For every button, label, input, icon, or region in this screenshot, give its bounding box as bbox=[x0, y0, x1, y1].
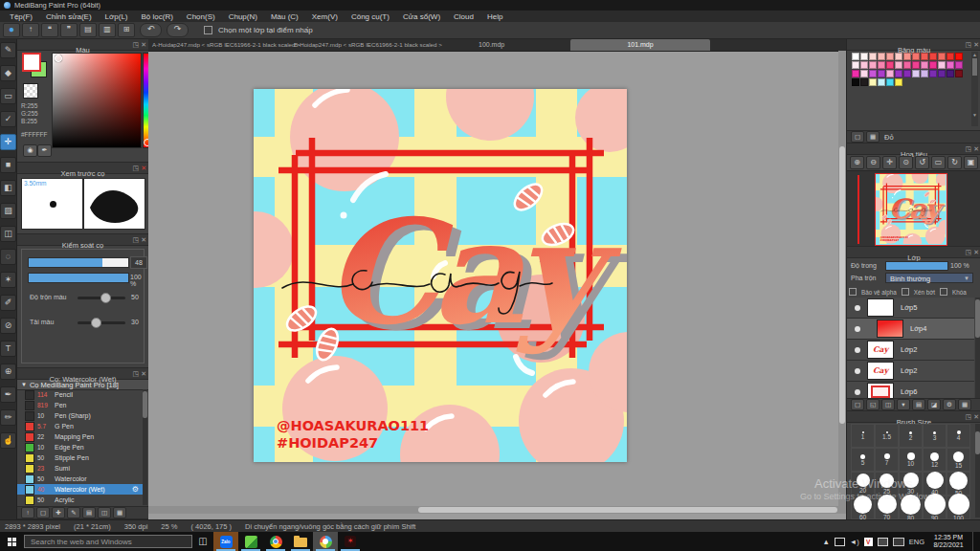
show-desktop-button[interactable] bbox=[972, 532, 976, 551]
brush-item-10[interactable]: 50Acrylic bbox=[17, 495, 143, 505]
keyboard-icon[interactable] bbox=[893, 538, 904, 546]
blend-mode-dropdown[interactable]: Bình thường▼ bbox=[885, 273, 973, 283]
layer-row-2[interactable]: CayLớp2 bbox=[847, 340, 974, 361]
palette-swatch-1-11[interactable] bbox=[947, 61, 954, 69]
palette-swatch-1-4[interactable] bbox=[886, 61, 894, 69]
gradient-tool[interactable]: ▨ bbox=[0, 203, 16, 219]
palette-swatch-1-12[interactable] bbox=[955, 61, 963, 69]
divide-tool[interactable]: ✏ bbox=[0, 409, 16, 426]
unikey-icon[interactable]: V bbox=[864, 538, 873, 546]
brush-opacity-slider[interactable] bbox=[28, 273, 129, 283]
select-pen-tool[interactable]: ✐ bbox=[0, 295, 16, 311]
palette-swatch-1-5[interactable] bbox=[895, 61, 902, 69]
canvas-area[interactable]: A-Hoidap247.mdp < sRGB IEC61966-2-1 blac… bbox=[148, 39, 846, 519]
mix-slider-thumb[interactable] bbox=[100, 293, 111, 303]
popout-icon[interactable]: ◳ bbox=[133, 39, 140, 50]
palette-swatch-1-2[interactable] bbox=[869, 61, 877, 69]
task-view-button[interactable]: ◫ bbox=[192, 532, 213, 551]
new-layer-button[interactable]: ▢ bbox=[851, 399, 864, 410]
actual-size-button[interactable]: ⊙ bbox=[899, 156, 913, 169]
palette-swatch-3-0[interactable] bbox=[852, 78, 859, 86]
brush-size-2[interactable]: 2 bbox=[899, 424, 923, 448]
taskbar-zalo-button[interactable]: Zalo bbox=[213, 532, 238, 551]
new-pixel-layer-button[interactable]: ◱ bbox=[866, 399, 880, 410]
menu-item-11[interactable]: Help bbox=[480, 12, 509, 21]
tab-101-active[interactable]: 101.mdp bbox=[570, 39, 710, 51]
palette-swatch-0-1[interactable] bbox=[860, 53, 868, 60]
chat-button[interactable]: ❞ bbox=[60, 23, 78, 37]
duplicate-layer-button[interactable]: ◫ bbox=[881, 399, 895, 410]
tab-a-hoidap247[interactable]: A-Hoidap247.mdp < sRGB IEC61966-2-1 blac… bbox=[152, 39, 301, 51]
rotate-right-button[interactable]: ↻ bbox=[947, 156, 962, 169]
delete-brush-button[interactable]: ▦ bbox=[113, 507, 126, 518]
duplicate-brush-button[interactable]: ◫ bbox=[98, 507, 111, 518]
brush-size-50[interactable]: 50 bbox=[947, 472, 970, 496]
menu-item-4[interactable]: Chọn(S) bbox=[180, 12, 222, 21]
palette-swatch-3-5[interactable] bbox=[895, 78, 902, 86]
close-icon[interactable]: ✕ bbox=[973, 143, 979, 154]
clipping-checkbox[interactable] bbox=[902, 288, 909, 296]
brush-size-12[interactable]: 12 bbox=[923, 448, 947, 472]
menu-item-8[interactable]: Công cụ(T) bbox=[345, 12, 396, 21]
delete-layer-button[interactable]: ▦ bbox=[958, 399, 971, 410]
bucket-tool[interactable]: ◧ bbox=[0, 180, 16, 196]
horizontal-scrollbar[interactable] bbox=[148, 506, 838, 514]
fill-rect-tool[interactable]: ■ bbox=[0, 157, 16, 173]
layer-row-1[interactable]: Lớp4 bbox=[847, 319, 974, 340]
eraser-tool[interactable]: ◆ bbox=[0, 65, 16, 81]
save-button[interactable]: ↑ bbox=[22, 23, 39, 37]
brush-item-0[interactable]: 114Pencil bbox=[17, 389, 143, 400]
visibility-icon[interactable] bbox=[855, 347, 860, 353]
eyedropper-tool[interactable]: ✒ bbox=[0, 386, 16, 403]
brush-item-8[interactable]: 50Watercolor bbox=[17, 474, 143, 484]
delete-color-button[interactable]: ▦ bbox=[866, 131, 880, 143]
brush-size-100[interactable]: 100 bbox=[947, 496, 970, 519]
material-button[interactable]: ▥ bbox=[99, 23, 116, 37]
palette-swatch-0-3[interactable] bbox=[878, 53, 885, 60]
brush-settings-icon[interactable]: ⚙ bbox=[132, 485, 139, 494]
palette-swatch-2-0[interactable] bbox=[852, 70, 859, 77]
hand-tool[interactable]: ☝ bbox=[0, 432, 16, 449]
protect-alpha-checkbox[interactable] bbox=[849, 288, 857, 296]
new-color-button[interactable]: ▢ bbox=[851, 131, 864, 143]
close-icon[interactable]: ✕ bbox=[973, 247, 979, 257]
reset-rotation-button[interactable]: ▭ bbox=[931, 156, 946, 169]
menu-item-7[interactable]: Xem(V) bbox=[305, 12, 345, 21]
zoom-in-button[interactable]: ⊕ bbox=[850, 156, 864, 169]
palette-swatch-2-4[interactable] bbox=[886, 70, 894, 77]
magic-wand-tool[interactable]: ✶ bbox=[0, 272, 16, 288]
menu-item-6[interactable]: Màu (C) bbox=[264, 12, 305, 21]
palette-swatch-2-6[interactable] bbox=[903, 70, 911, 77]
popout-icon[interactable]: ◳ bbox=[133, 368, 140, 379]
brush-size-4[interactable]: 4 bbox=[947, 424, 970, 448]
brush-size-15[interactable]: 15 bbox=[947, 448, 970, 472]
brush-item-1[interactable]: 819Pen bbox=[17, 400, 143, 410]
palette-swatch-0-5[interactable] bbox=[895, 53, 902, 60]
volume-icon[interactable]: ◄) bbox=[850, 538, 859, 546]
navigator-view[interactable]: Cay Cay bbox=[847, 170, 980, 247]
palette-swatch-0-9[interactable] bbox=[929, 53, 937, 60]
layer-menu-button[interactable]: ▾ bbox=[897, 399, 910, 410]
brush-size-5[interactable]: 5 bbox=[851, 448, 875, 472]
close-icon[interactable]: ✕ bbox=[973, 39, 979, 50]
palette-swatch-1-3[interactable] bbox=[878, 61, 885, 69]
palette-swatch-0-12[interactable] bbox=[955, 53, 963, 60]
start-button[interactable] bbox=[0, 532, 23, 551]
brush-size-1[interactable]: 1 bbox=[851, 424, 875, 448]
tray-expand-icon[interactable]: ▲ bbox=[822, 538, 829, 546]
palette-swatch-2-12[interactable] bbox=[955, 70, 963, 77]
opacity-slider[interactable] bbox=[885, 261, 948, 271]
visibility-icon[interactable] bbox=[855, 326, 860, 332]
drawing-canvas[interactable]: Cay Cay bbox=[254, 89, 627, 462]
load-slider[interactable] bbox=[78, 321, 125, 324]
palette-swatch-3-2[interactable] bbox=[869, 78, 877, 86]
palette-swatch-1-8[interactable] bbox=[921, 61, 928, 69]
palette-swatch-2-11[interactable] bbox=[947, 70, 954, 77]
vertical-scrollbar-thumb[interactable] bbox=[839, 146, 845, 424]
pick-layer-checkbox[interactable] bbox=[204, 26, 212, 34]
menu-item-1[interactable]: Chỉnh sửa(E) bbox=[39, 12, 99, 21]
menu-item-5[interactable]: Chụp(N) bbox=[222, 12, 264, 21]
brush-list-scrollbar[interactable] bbox=[143, 389, 147, 505]
rotate-left-button[interactable]: ↺ bbox=[915, 156, 929, 169]
close-icon[interactable]: ✕ bbox=[141, 234, 146, 245]
